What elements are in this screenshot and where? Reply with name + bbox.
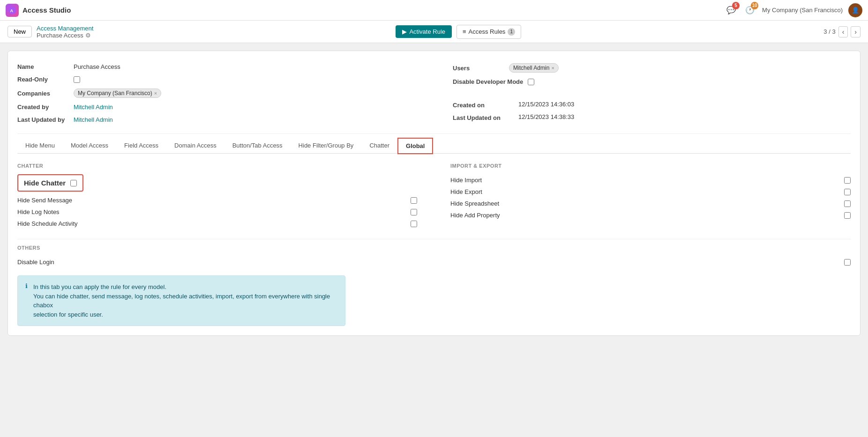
last-updated-by-value[interactable]: Mitchell Admin bbox=[74, 116, 113, 123]
next-record-button[interactable]: › bbox=[851, 26, 861, 37]
created-by-value[interactable]: Mitchell Admin bbox=[74, 104, 113, 111]
action-bar-center: ▶ Activate Rule ≡ Access Rules 1 bbox=[396, 25, 521, 39]
company-tag: My Company (San Francisco) × bbox=[74, 89, 161, 98]
hide-add-property-row: Hide Add Property bbox=[450, 209, 851, 221]
hide-send-message-checkbox[interactable] bbox=[411, 197, 417, 204]
hide-export-row: Hide Export bbox=[450, 186, 851, 198]
disable-dev-mode-checkbox[interactable] bbox=[528, 79, 534, 85]
navbar-right: 💬 5 🕐 10 My Company (San Francisco) 👤 bbox=[725, 3, 862, 17]
name-label: Name bbox=[17, 63, 74, 70]
created-by-label: Created by bbox=[17, 104, 74, 111]
action-bar-left: New Access Management Purchase Access ⚙ bbox=[7, 25, 93, 39]
breadcrumb-link[interactable]: Access Management bbox=[37, 25, 93, 32]
users-label: Users bbox=[453, 65, 509, 72]
action-bar: New Access Management Purchase Access ⚙ … bbox=[0, 21, 868, 43]
play-icon: ▶ bbox=[402, 28, 407, 35]
disable-dev-mode-label: Disable Developer Mode bbox=[453, 78, 528, 85]
info-line2: You can hide chatter, send message, log … bbox=[33, 293, 330, 309]
form-divider bbox=[17, 133, 851, 134]
last-updated-on-row: Last Updated on 12/15/2023 14:38:33 bbox=[453, 111, 851, 124]
companies-label: Companies bbox=[17, 90, 74, 97]
sections-grid: CHATTER Hide Chatter Hide Send Message H… bbox=[17, 163, 851, 230]
chatter-section-title: CHATTER bbox=[17, 163, 417, 169]
users-tag-value: Mitchell Admin bbox=[513, 65, 549, 71]
settings-icon[interactable]: ⚙ bbox=[85, 32, 91, 39]
tab-chatter[interactable]: Chatter bbox=[361, 138, 397, 154]
list-icon: ≡ bbox=[463, 28, 466, 35]
name-value: Purchase Access bbox=[74, 63, 120, 70]
users-tag-close[interactable]: × bbox=[551, 65, 554, 71]
hide-export-checkbox[interactable] bbox=[844, 189, 851, 195]
hide-import-row: Hide Import bbox=[450, 174, 851, 186]
tab-domain-access[interactable]: Domain Access bbox=[166, 138, 224, 154]
action-bar-right: 3 / 3 ‹ › bbox=[823, 26, 861, 37]
hide-send-message-row: Hide Send Message bbox=[17, 194, 417, 206]
navbar: A Access Studio 💬 5 🕐 10 My Company (San… bbox=[0, 0, 868, 21]
hide-import-label: Hide Import bbox=[450, 177, 839, 184]
read-only-checkbox[interactable] bbox=[74, 76, 80, 83]
last-updated-on-label: Last Updated on bbox=[453, 113, 518, 121]
hide-schedule-activity-checkbox[interactable] bbox=[411, 221, 417, 227]
read-only-row: Read-Only bbox=[17, 73, 434, 86]
activity-badge: 10 bbox=[751, 2, 758, 9]
tab-hide-menu[interactable]: Hide Menu bbox=[17, 138, 63, 154]
company-name: My Company (San Francisco) bbox=[762, 7, 843, 14]
tab-button-tab-access[interactable]: Button/Tab Access bbox=[224, 138, 291, 154]
created-on-value: 12/15/2023 14:36:03 bbox=[518, 101, 574, 108]
breadcrumb-current: Purchase Access bbox=[37, 32, 83, 39]
access-rules-label: Access Rules bbox=[469, 28, 506, 35]
app-title: Access Studio bbox=[22, 6, 71, 14]
last-updated-on-value: 12/15/2023 14:38:33 bbox=[518, 113, 574, 120]
companies-row: Companies My Company (San Francisco) × bbox=[17, 86, 434, 101]
tab-field-access[interactable]: Field Access bbox=[116, 138, 166, 154]
disable-login-checkbox[interactable] bbox=[844, 259, 851, 266]
last-updated-by-row: Last Updated by Mitchell Admin bbox=[17, 113, 434, 126]
chat-badge: 5 bbox=[732, 2, 740, 9]
chat-notification[interactable]: 💬 5 bbox=[725, 4, 738, 17]
others-title: OTHERS bbox=[17, 245, 851, 251]
hide-send-message-label: Hide Send Message bbox=[17, 197, 406, 204]
info-box-text: In this tab you can apply the rule for e… bbox=[33, 282, 337, 319]
hide-spreadsheet-row: Hide Spreadsheet bbox=[450, 198, 851, 209]
hide-chatter-box: Hide Chatter bbox=[17, 174, 83, 192]
prev-record-button[interactable]: ‹ bbox=[838, 26, 848, 37]
hide-schedule-activity-label: Hide Schedule Activity bbox=[17, 220, 406, 227]
tab-model-access[interactable]: Model Access bbox=[63, 138, 116, 154]
app-icon: A bbox=[6, 4, 19, 17]
record-card: Name Purchase Access Read-Only Companies… bbox=[7, 51, 861, 336]
company-tag-value: My Company (San Francisco) bbox=[78, 90, 152, 96]
form-left: Name Purchase Access Read-Only Companies… bbox=[17, 60, 434, 126]
hide-export-label: Hide Export bbox=[450, 188, 839, 195]
navbar-left: A Access Studio bbox=[6, 4, 71, 17]
users-tag: Mitchell Admin × bbox=[509, 63, 559, 73]
created-on-row: Created on 12/15/2023 14:36:03 bbox=[453, 98, 851, 111]
company-tag-close[interactable]: × bbox=[154, 90, 157, 96]
hide-chatter-checkbox[interactable] bbox=[70, 180, 77, 186]
name-field-row: Name Purchase Access bbox=[17, 60, 434, 73]
info-icon: ℹ bbox=[25, 282, 28, 289]
tab-hide-filter-group-by[interactable]: Hide Filter/Group By bbox=[291, 138, 362, 154]
hide-log-notes-label: Hide Log Notes bbox=[17, 208, 406, 215]
pagination-text: 3 / 3 bbox=[823, 28, 835, 35]
others-divider bbox=[17, 239, 851, 239]
others-section: OTHERS Disable Login bbox=[17, 239, 851, 268]
activate-rule-button[interactable]: ▶ Activate Rule bbox=[396, 25, 452, 38]
main-content: Name Purchase Access Read-Only Companies… bbox=[0, 43, 868, 343]
access-rules-button[interactable]: ≡ Access Rules 1 bbox=[456, 25, 521, 39]
hide-add-property-checkbox[interactable] bbox=[844, 212, 851, 219]
activate-rule-label: Activate Rule bbox=[409, 28, 445, 35]
breadcrumb-sub: Purchase Access ⚙ bbox=[37, 32, 93, 39]
created-on-label: Created on bbox=[453, 101, 518, 109]
hide-chatter-label: Hide Chatter bbox=[24, 179, 66, 187]
new-button[interactable]: New bbox=[7, 26, 32, 37]
user-avatar[interactable]: 👤 bbox=[848, 3, 862, 17]
hide-schedule-activity-row: Hide Schedule Activity bbox=[17, 218, 417, 230]
hide-spreadsheet-checkbox[interactable] bbox=[844, 200, 851, 207]
users-row: Users Mitchell Admin × bbox=[453, 60, 851, 75]
access-rules-count: 1 bbox=[508, 28, 515, 36]
activity-notification[interactable]: 🕐 10 bbox=[743, 4, 756, 17]
hide-log-notes-checkbox[interactable] bbox=[411, 209, 417, 215]
hide-import-checkbox[interactable] bbox=[844, 177, 851, 184]
tab-global[interactable]: Global bbox=[397, 138, 433, 154]
last-updated-by-label: Last Updated by bbox=[17, 116, 74, 123]
